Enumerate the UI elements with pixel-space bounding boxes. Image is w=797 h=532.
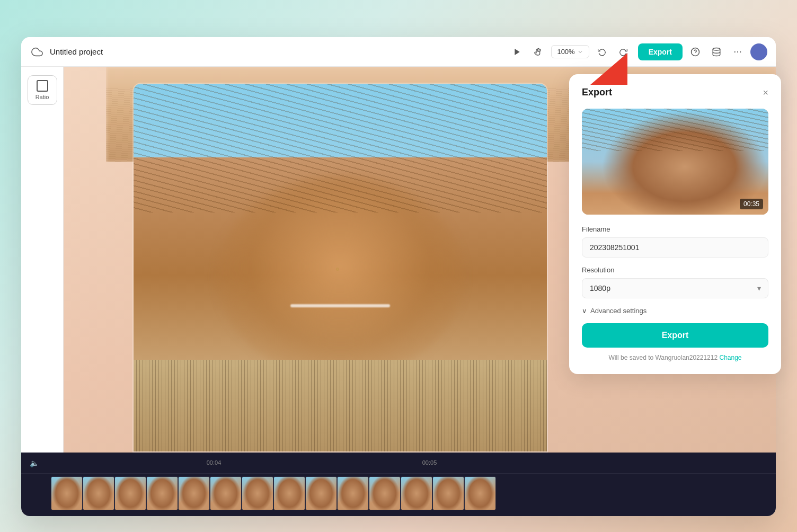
smile-highlight (290, 304, 389, 307)
film-face (115, 477, 146, 510)
film-face (465, 477, 495, 510)
ratio-icon (37, 80, 48, 92)
film-frame (464, 476, 496, 510)
video-frame[interactable] (132, 83, 548, 453)
volume-button[interactable]: 🔈 (30, 459, 39, 467)
film-frame (51, 476, 83, 510)
ratio-label: Ratio (36, 94, 49, 100)
more-button[interactable] (729, 43, 746, 60)
advanced-settings-toggle[interactable]: ∨ Advanced settings (582, 307, 768, 315)
redo-button[interactable] (615, 43, 632, 60)
film-frame (83, 476, 114, 510)
film-face (147, 477, 178, 510)
close-panel-button[interactable]: × (763, 88, 768, 97)
project-title: Untitled project (50, 47, 103, 56)
thumbnail-duration: 00:35 (740, 199, 763, 209)
svg-point-6 (740, 51, 741, 52)
film-frame (369, 476, 401, 510)
toolbar: Untitled project 100% Export (21, 37, 776, 67)
film-frame (432, 476, 464, 510)
film-frame (178, 476, 210, 510)
film-face (401, 477, 432, 510)
filename-input[interactable] (582, 237, 768, 258)
zoom-selector[interactable]: 100% (551, 45, 589, 58)
film-face (242, 477, 273, 510)
play-button[interactable] (509, 43, 526, 60)
storage-button[interactable] (708, 43, 725, 60)
svg-marker-0 (515, 49, 520, 55)
filename-label: Filename (582, 225, 768, 233)
film-frame (242, 476, 273, 510)
film-frame (210, 476, 242, 510)
timeline-track (21, 474, 776, 516)
time-markers: 00:04 00:05 (106, 459, 537, 466)
resolution-wrapper: 720p 1080p 4K ▾ (582, 278, 768, 298)
film-face (306, 477, 336, 510)
ratio-button[interactable]: Ratio (28, 75, 57, 105)
save-info: Will be saved to Wangruolan20221212 Chan… (582, 354, 768, 361)
film-face (369, 477, 400, 510)
time-mark-2: 00:05 (422, 459, 437, 466)
resolution-label: Resolution (582, 266, 768, 274)
film-face (274, 477, 305, 510)
left-sidebar: Ratio (21, 67, 64, 453)
toolbar-right: Export (638, 43, 767, 60)
film-frame (273, 476, 305, 510)
film-face (51, 477, 82, 510)
export-button[interactable]: Export (638, 43, 683, 60)
export-panel-title: Export (582, 87, 612, 98)
chevron-icon: ∨ (582, 307, 587, 315)
svg-point-3 (713, 48, 720, 50)
film-face (210, 477, 241, 510)
resolution-select[interactable]: 720p 1080p 4K (582, 278, 768, 298)
film-frame (146, 476, 178, 510)
advanced-settings-label: Advanced settings (590, 307, 647, 315)
film-face (433, 477, 464, 510)
film-frame (337, 476, 369, 510)
svg-point-4 (734, 51, 736, 52)
hair-strands-top (134, 84, 547, 212)
toolbar-center: 100% (509, 43, 631, 60)
avatar[interactable] (750, 43, 767, 60)
hand-tool-button[interactable] (530, 43, 547, 60)
help-button[interactable] (687, 43, 704, 60)
filmstrip (51, 476, 767, 513)
film-face (83, 477, 114, 510)
film-face (179, 477, 209, 510)
svg-point-5 (737, 51, 738, 52)
toolbar-left: Untitled project (30, 45, 502, 59)
time-mark-1: 00:04 (207, 459, 222, 466)
film-frame (114, 476, 146, 510)
film-frame (401, 476, 432, 510)
change-link[interactable]: Change (719, 354, 741, 361)
export-panel-header: Export × (582, 87, 768, 98)
export-panel: Export × 00:35 Filename Resolution 720p … (569, 74, 781, 374)
thumbnail-hair (582, 109, 768, 151)
undo-button[interactable] (594, 43, 610, 60)
export-action-button[interactable]: Export (582, 323, 768, 348)
save-info-text: Will be saved to Wangruolan20221212 (608, 354, 718, 361)
cloud-icon (30, 45, 45, 59)
clothing-stripes (134, 360, 547, 452)
film-frame (305, 476, 337, 510)
export-thumbnail: 00:35 (582, 109, 768, 215)
film-face (338, 477, 368, 510)
zoom-value: 100% (557, 48, 574, 56)
